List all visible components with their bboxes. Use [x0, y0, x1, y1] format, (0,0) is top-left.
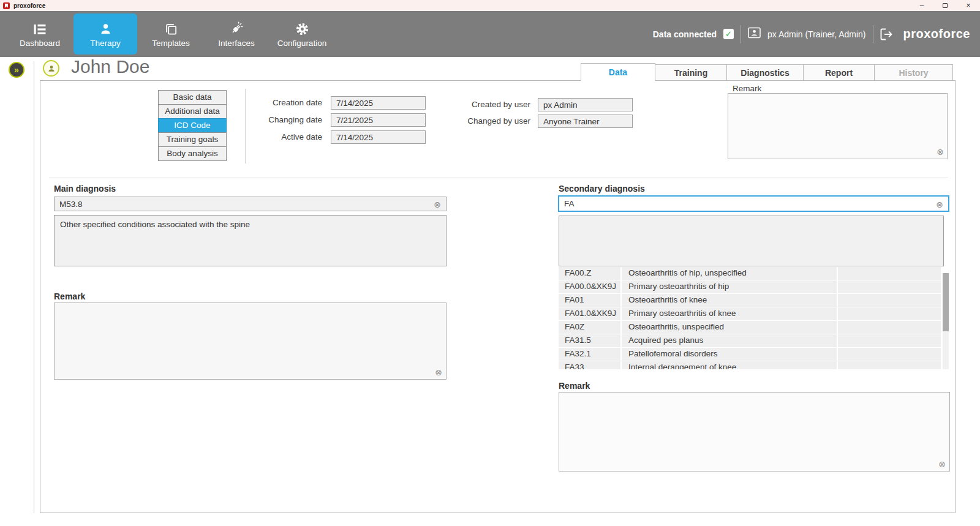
secondary-diagnosis-search-input[interactable]: FA ⊗: [558, 195, 949, 212]
icd-result-row[interactable]: FA33 Internal derangement of knee: [559, 361, 949, 369]
patient-tabs: Data Training Diagnostics Report History: [581, 63, 953, 81]
active-date-label: Active date: [243, 132, 322, 141]
plug-icon: [229, 20, 244, 36]
templates-icon: [164, 20, 178, 36]
user-card-icon: [748, 27, 761, 41]
app-icon: [3, 2, 10, 9]
person-icon: [99, 20, 113, 36]
tab-training[interactable]: Training: [655, 64, 727, 81]
creation-date-label: Creation date: [243, 98, 322, 107]
maximize-button[interactable]: [933, 0, 957, 11]
tab-history: History: [874, 64, 953, 81]
tab-diagnostics[interactable]: Diagnostics: [726, 64, 804, 81]
connection-status: Data connected: [653, 29, 717, 39]
record-remark-box[interactable]: ⊗: [728, 93, 948, 159]
nav-configuration-label: Configuration: [277, 39, 326, 48]
changing-date-label: Changing date: [243, 115, 322, 124]
nav-dashboard[interactable]: Dashboard: [8, 13, 72, 54]
secondary-remark-label: Remark: [559, 381, 590, 391]
divider: [741, 25, 741, 43]
changed-by-label: Changed by user: [439, 116, 530, 126]
icd-result-row[interactable]: FA0Z Osteoarthritis, unspecified: [559, 321, 949, 334]
current-user: px Admin (Trainer, Admin): [767, 29, 866, 39]
main-navbar: Dashboard Therapy Templates Interfaces: [0, 11, 980, 57]
icd-result-row[interactable]: FA01 Osteoarthritis of knee: [559, 294, 949, 307]
section-nav: Basic data Additional data ICD Code Trai…: [158, 90, 227, 161]
section-training-goals[interactable]: Training goals: [158, 132, 227, 147]
record-remark-label: Remark: [733, 84, 761, 93]
connected-check-icon: ✓: [723, 29, 734, 39]
icd-result-row[interactable]: FA00.Z Osteoarthritis of hip, unspecifie…: [559, 267, 949, 280]
icd-result-row[interactable]: FA32.1 Patellofemoral disorders: [559, 348, 949, 361]
navbar-right: Data connected ✓ px Admin (Trainer, Admi…: [653, 25, 980, 43]
horizontal-divider: [49, 178, 948, 178]
close-button[interactable]: ×: [957, 0, 980, 11]
maximize-icon: [943, 3, 948, 8]
clear-icon[interactable]: ⊗: [938, 460, 946, 468]
tab-data[interactable]: Data: [581, 63, 655, 81]
created-by-label: Created by user: [439, 100, 530, 109]
brand-logo: proxoforce: [903, 27, 970, 41]
section-basic-data[interactable]: Basic data: [158, 90, 227, 105]
nav-configuration[interactable]: Configuration: [270, 13, 334, 54]
window-controls: – ×: [910, 0, 980, 11]
main-remark-label: Remark: [54, 291, 85, 301]
created-by-field[interactable]: px Admin: [538, 98, 633, 111]
titlebar: proxoforce – ×: [0, 0, 980, 11]
patient-icon: [43, 60, 59, 77]
secondary-diagnosis-label: Secondary diagnosis: [559, 184, 645, 193]
nav-interfaces-label: Interfaces: [218, 39, 254, 48]
nav-dashboard-label: Dashboard: [20, 39, 60, 48]
app-window: proxoforce – × Dashboard Therapy: [0, 0, 980, 526]
nav-therapy-label: Therapy: [90, 39, 121, 48]
creation-date-field[interactable]: 7/14/2025: [331, 96, 426, 110]
changing-date-field[interactable]: 7/21/2025: [331, 113, 426, 127]
dashboard-icon: [32, 20, 47, 36]
section-additional-data[interactable]: Additional data: [158, 104, 227, 119]
secondary-diagnosis-description: [559, 216, 944, 266]
main-diagnosis-label: Main diagnosis: [54, 184, 116, 193]
sidebar-expand-button[interactable]: »: [9, 62, 24, 78]
changed-by-field[interactable]: Anyone Trainer: [538, 115, 633, 128]
icd-results-list: FA00.Z Osteoarthritis of hip, unspecifie…: [559, 267, 949, 369]
section-body-analysis[interactable]: Body analysis: [158, 146, 227, 161]
clear-icon[interactable]: ⊗: [434, 200, 441, 209]
gear-icon: [295, 20, 309, 36]
divider: [873, 25, 873, 43]
tab-report[interactable]: Report: [803, 64, 875, 81]
nav-interfaces[interactable]: Interfaces: [205, 13, 268, 54]
results-scrollbar[interactable]: [943, 273, 949, 369]
nav-items: Dashboard Therapy Templates Interfaces: [0, 11, 334, 57]
main-diagnosis-description: Other specified conditions associated wi…: [54, 215, 447, 266]
minimize-button[interactable]: –: [910, 0, 933, 11]
window-title: proxoforce: [13, 2, 45, 9]
section-icd-code[interactable]: ICD Code: [158, 118, 227, 133]
left-sidebar: [0, 61, 34, 513]
clear-icon[interactable]: ⊗: [435, 368, 442, 377]
icd-result-row[interactable]: FA00.0&XK9J Primary osteoarthritis of hi…: [559, 280, 949, 293]
active-date-field[interactable]: 7/14/2025: [331, 130, 426, 144]
nav-therapy[interactable]: Therapy: [74, 13, 137, 54]
icd-result-row[interactable]: FA01.0&XK9J Primary osteoarthritis of kn…: [559, 307, 949, 320]
clear-icon[interactable]: ⊗: [936, 200, 943, 209]
patient-name: John Doe: [71, 56, 149, 77]
main-remark-box[interactable]: ⊗: [54, 302, 447, 380]
clear-icon[interactable]: ⊗: [937, 148, 944, 156]
nav-templates[interactable]: Templates: [139, 13, 203, 54]
data-panel: Basic data Additional data ICD Code Trai…: [40, 80, 956, 513]
scrollbar-thumb[interactable]: [943, 273, 949, 331]
icd-result-row[interactable]: FA31.5 Acquired pes planus: [559, 334, 949, 347]
secondary-remark-box[interactable]: ⊗: [559, 392, 950, 472]
nav-templates-label: Templates: [152, 39, 190, 48]
main-diagnosis-code-input[interactable]: M53.8 ⊗: [54, 197, 447, 211]
logout-button[interactable]: [880, 28, 894, 40]
expand-icon: »: [14, 66, 19, 74]
